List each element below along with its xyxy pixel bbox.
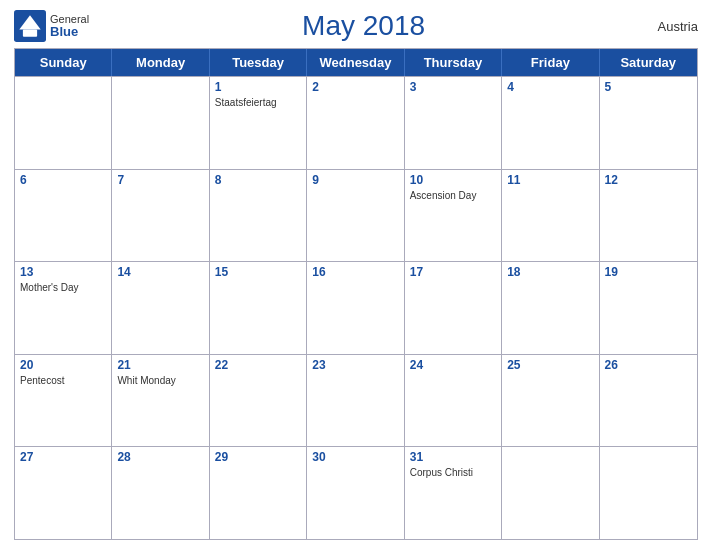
logo-blue-text: Blue — [50, 25, 89, 39]
calendar-title: May 2018 — [302, 10, 425, 41]
calendar-cell — [502, 447, 599, 539]
day-number: 10 — [410, 173, 496, 187]
header-sunday: Sunday — [15, 49, 112, 76]
calendar-cell: 3 — [405, 77, 502, 169]
calendar-cell: 18 — [502, 262, 599, 354]
day-number: 3 — [410, 80, 496, 94]
calendar-cell: 22 — [210, 355, 307, 447]
calendar-cell: 12 — [600, 170, 697, 262]
day-number: 20 — [20, 358, 106, 372]
day-number: 18 — [507, 265, 593, 279]
day-number: 23 — [312, 358, 398, 372]
calendar-week-2: 678910Ascension Day1112 — [15, 169, 697, 262]
calendar-cell: 15 — [210, 262, 307, 354]
calendar-cell: 31Corpus Christi — [405, 447, 502, 539]
day-number: 5 — [605, 80, 692, 94]
calendar-cell: 20Pentecost — [15, 355, 112, 447]
calendar-cell — [112, 77, 209, 169]
country-label: Austria — [638, 19, 698, 34]
day-number: 21 — [117, 358, 203, 372]
day-number: 26 — [605, 358, 692, 372]
logo-text: General Blue — [50, 13, 89, 39]
calendar-cell: 24 — [405, 355, 502, 447]
day-number: 15 — [215, 265, 301, 279]
day-number: 8 — [215, 173, 301, 187]
holiday-label: Ascension Day — [410, 190, 496, 201]
holiday-label: Whit Monday — [117, 375, 203, 386]
calendar-cell: 28 — [112, 447, 209, 539]
calendar-cell: 19 — [600, 262, 697, 354]
day-number: 28 — [117, 450, 203, 464]
holiday-label: Mother's Day — [20, 282, 106, 293]
generalblue-logo-icon — [14, 10, 46, 42]
holiday-label: Pentecost — [20, 375, 106, 386]
calendar-cell: 26 — [600, 355, 697, 447]
day-number: 16 — [312, 265, 398, 279]
calendar-cell: 1Staatsfeiertag — [210, 77, 307, 169]
day-number: 4 — [507, 80, 593, 94]
calendar-cell: 9 — [307, 170, 404, 262]
calendar-cell: 13Mother's Day — [15, 262, 112, 354]
calendar-cell: 8 — [210, 170, 307, 262]
calendar-cell: 29 — [210, 447, 307, 539]
calendar-cell: 21Whit Monday — [112, 355, 209, 447]
calendar-cell: 6 — [15, 170, 112, 262]
calendar-cell: 16 — [307, 262, 404, 354]
day-number: 30 — [312, 450, 398, 464]
day-number: 12 — [605, 173, 692, 187]
day-number: 9 — [312, 173, 398, 187]
day-number: 1 — [215, 80, 301, 94]
svg-rect-2 — [23, 30, 37, 37]
day-number: 31 — [410, 450, 496, 464]
day-number: 6 — [20, 173, 106, 187]
calendar-cell: 5 — [600, 77, 697, 169]
calendar-cell: 17 — [405, 262, 502, 354]
day-number: 2 — [312, 80, 398, 94]
calendar-week-5: 2728293031Corpus Christi — [15, 446, 697, 539]
calendar-cell — [600, 447, 697, 539]
day-number: 11 — [507, 173, 593, 187]
calendar: Sunday Monday Tuesday Wednesday Thursday… — [14, 48, 698, 540]
calendar-week-3: 13Mother's Day141516171819 — [15, 261, 697, 354]
calendar-cell: 7 — [112, 170, 209, 262]
header-wednesday: Wednesday — [307, 49, 404, 76]
day-number: 17 — [410, 265, 496, 279]
calendar-cell: 10Ascension Day — [405, 170, 502, 262]
calendar-cell: 27 — [15, 447, 112, 539]
logo: General Blue — [14, 10, 89, 42]
day-number: 22 — [215, 358, 301, 372]
calendar-title-area: May 2018 — [89, 10, 638, 42]
page: General Blue May 2018 Austria Sunday Mon… — [0, 0, 712, 550]
calendar-cell: 25 — [502, 355, 599, 447]
header-monday: Monday — [112, 49, 209, 76]
calendar-cell — [15, 77, 112, 169]
day-number: 29 — [215, 450, 301, 464]
calendar-cell: 4 — [502, 77, 599, 169]
calendar-cell: 30 — [307, 447, 404, 539]
day-number: 19 — [605, 265, 692, 279]
header: General Blue May 2018 Austria — [14, 10, 698, 42]
calendar-week-1: 1Staatsfeiertag2345 — [15, 76, 697, 169]
calendar-cell: 11 — [502, 170, 599, 262]
holiday-label: Corpus Christi — [410, 467, 496, 478]
day-number: 27 — [20, 450, 106, 464]
calendar-cell: 23 — [307, 355, 404, 447]
day-number: 25 — [507, 358, 593, 372]
day-number: 14 — [117, 265, 203, 279]
header-saturday: Saturday — [600, 49, 697, 76]
header-tuesday: Tuesday — [210, 49, 307, 76]
day-number: 13 — [20, 265, 106, 279]
calendar-cell: 14 — [112, 262, 209, 354]
calendar-body: 1Staatsfeiertag2345678910Ascension Day11… — [15, 76, 697, 539]
header-friday: Friday — [502, 49, 599, 76]
calendar-cell: 2 — [307, 77, 404, 169]
day-number: 24 — [410, 358, 496, 372]
holiday-label: Staatsfeiertag — [215, 97, 301, 108]
day-number: 7 — [117, 173, 203, 187]
calendar-header-row: Sunday Monday Tuesday Wednesday Thursday… — [15, 49, 697, 76]
header-thursday: Thursday — [405, 49, 502, 76]
calendar-week-4: 20Pentecost21Whit Monday2223242526 — [15, 354, 697, 447]
